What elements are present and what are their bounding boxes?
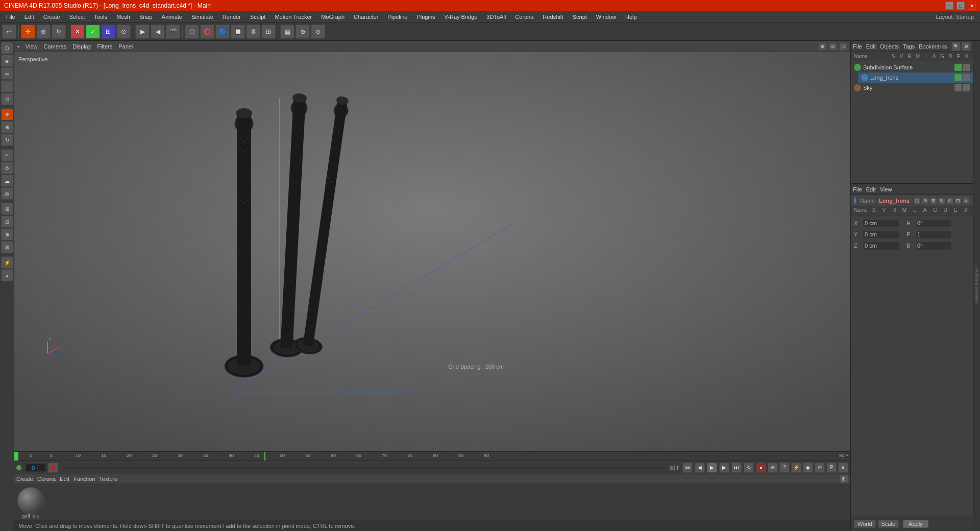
menu-file[interactable]: File — [2, 13, 19, 21]
maximize-button[interactable]: □ — [957, 2, 965, 10]
frame-slider[interactable] — [60, 467, 667, 469]
playback-mode-btn[interactable]: P — [826, 463, 837, 473]
timeline-bar[interactable]: 0 5 10 15 20 25 30 35 40 45 50 55 60 65 … — [14, 452, 850, 461]
coord-h-input[interactable] — [915, 219, 952, 228]
menu-mesh[interactable]: Mesh — [112, 13, 134, 21]
menu-window[interactable]: Window — [592, 13, 620, 21]
om-vis-green-btn[interactable] — [954, 64, 962, 71]
attr-icon-4[interactable]: ↻ — [938, 197, 945, 204]
worldspace-button[interactable]: ⊙ — [116, 25, 131, 39]
om-menu-tags[interactable]: Tags — [903, 43, 915, 50]
rotate-left-button[interactable]: ↻ — [1, 134, 13, 146]
menu-corona[interactable]: Corona — [511, 13, 537, 21]
menu-motiontracker[interactable]: Motion Tracker — [271, 13, 316, 21]
menu-sculpt[interactable]: Sculpt — [246, 13, 270, 21]
viewport-menu-cameras[interactable]: Cameras — [44, 43, 67, 50]
mat-menu-edit[interactable]: Edit — [60, 476, 69, 482]
menu-vraybridge[interactable]: V-Ray Bridge — [440, 13, 482, 21]
scale-tool-button[interactable]: ⊕ — [36, 25, 51, 39]
menu-simulate[interactable]: Simulate — [187, 13, 217, 21]
coord-apply-button[interactable]: Apply — [903, 520, 928, 528]
step-back-btn[interactable]: ◀ — [695, 463, 705, 473]
menu-plugins[interactable]: Plugins — [412, 13, 439, 21]
viewport[interactable]: • View Cameras Display Filters Panel ⊕ ⊙… — [14, 41, 850, 451]
menu-tools[interactable]: Tools — [90, 13, 111, 21]
om-menu-bookmarks[interactable]: Bookmarks — [919, 43, 947, 50]
attr-icon-7[interactable]: ≡ — [963, 197, 970, 204]
mat-menu-texture[interactable]: Texture — [99, 476, 117, 482]
viewport-wire[interactable]: 🔵 — [215, 25, 230, 39]
motion-btn[interactable]: ⚡ — [791, 463, 801, 473]
viewport-icon-1[interactable]: ⊕ — [819, 42, 827, 51]
bevel-button[interactable]: ⊕ — [1, 228, 13, 240]
viewport-filter[interactable]: ⚙ — [246, 25, 260, 39]
mat-menu-create[interactable]: Create — [16, 476, 33, 482]
menu-character[interactable]: Character — [350, 13, 382, 21]
render-button[interactable]: ▶ — [135, 25, 150, 39]
undo-button[interactable]: ↩ — [2, 25, 16, 39]
menu-3dtoall[interactable]: 3DToAll — [482, 13, 510, 21]
snap-button[interactable]: ⊕ — [296, 25, 310, 39]
attr-icon-2[interactable]: ⊕ — [922, 197, 929, 204]
longirons-vis2-btn[interactable] — [963, 74, 970, 81]
viewport-menu-filters[interactable]: Filters — [97, 43, 112, 50]
record-key-btn[interactable]: ● — [756, 463, 766, 473]
goto-end-btn[interactable]: ⏭ — [731, 463, 742, 473]
viewport-icon-2[interactable]: ⊙ — [829, 42, 837, 51]
viewport-hud[interactable]: ⊞ — [261, 25, 276, 39]
autokey-btn[interactable]: ⊕ — [768, 463, 778, 473]
om-item-sky[interactable]: Sky — [851, 83, 973, 93]
om-vis-default-btn[interactable] — [963, 64, 970, 71]
material-item[interactable]: golf_clu — [17, 487, 44, 519]
step-forward-btn[interactable]: ▶ — [719, 463, 729, 473]
om-menu-edit[interactable]: Edit — [866, 43, 876, 50]
menu-redshift[interactable]: Redshift — [538, 13, 567, 21]
move-left-button[interactable]: ✛ — [1, 108, 13, 120]
menu-pipeline[interactable]: Pipeline — [383, 13, 411, 21]
loop-btn[interactable]: ↻ — [744, 463, 754, 473]
attr-menu-edit[interactable]: Edit — [866, 186, 876, 192]
om-item-subdivision[interactable]: Subdivision Surface — [851, 62, 973, 73]
object-mode-button[interactable]: ⬡ — [1, 42, 13, 54]
attr-icon-6[interactable]: ⊡ — [954, 197, 962, 204]
extrude-button[interactable]: ⊞ — [1, 203, 13, 215]
menu-create[interactable]: Create — [39, 13, 64, 21]
polygon-mode-button[interactable]: ◈ — [1, 55, 13, 67]
key-sel-btn[interactable]: ? — [779, 463, 790, 473]
marker-btn[interactable]: ◆ — [803, 463, 813, 473]
goto-start-btn[interactable]: ⏮ — [682, 463, 693, 473]
play-btn[interactable]: ▶ — [707, 463, 717, 473]
viewport-menu-display[interactable]: Display — [72, 43, 91, 50]
menu-script[interactable]: Script — [569, 13, 591, 21]
mat-view-btn[interactable]: ⊞ — [839, 474, 848, 484]
attr-menu-file[interactable]: File — [853, 186, 862, 192]
coord-world-button[interactable]: World — [854, 520, 876, 528]
snap2-button[interactable]: ⊙ — [311, 25, 325, 39]
viewport-solo[interactable]: ⬡ — [185, 25, 199, 39]
model-mode-button[interactable]: ⊡ — [1, 93, 13, 105]
attr-icon-1[interactable]: ⬡ — [914, 197, 921, 204]
longirons-vis-btn[interactable] — [954, 74, 962, 81]
weld-button[interactable]: ⬥ — [1, 269, 13, 281]
attr-icon-3[interactable]: ⊞ — [930, 197, 937, 204]
rotate-tool-button[interactable]: ↻ — [52, 25, 66, 39]
om-filter-btn[interactable]: ⚙ — [962, 42, 971, 51]
record-btn[interactable]: ⏺ — [48, 463, 58, 473]
menu-help[interactable]: Help — [621, 13, 641, 21]
attr-name-value[interactable]: Long_Irons — [879, 198, 910, 204]
render-settings-button[interactable]: 🎬 — [166, 25, 180, 39]
attr-icon-5[interactable]: ⊙ — [946, 197, 953, 204]
render-view-button[interactable]: ◀ — [151, 25, 165, 39]
mat-menu-function[interactable]: Function — [74, 476, 95, 482]
viewport-icon-3[interactable]: □ — [839, 42, 847, 51]
coord-x-input[interactable] — [863, 219, 899, 228]
grid-button[interactable]: ▦ — [280, 25, 295, 39]
mat-menu-corona[interactable]: Corona — [37, 476, 56, 482]
scale-left-button[interactable]: ⊕ — [1, 121, 13, 133]
snap-time-btn[interactable]: ⊙ — [815, 463, 825, 473]
coord-scale-button[interactable]: Scale — [878, 520, 899, 528]
move-tool-button[interactable]: ✛ — [21, 25, 35, 39]
om-menu-objects[interactable]: Objects — [880, 43, 899, 50]
frame-display[interactable]: 0 F — [26, 464, 46, 472]
bridge-button[interactable]: ⚡ — [1, 256, 13, 269]
